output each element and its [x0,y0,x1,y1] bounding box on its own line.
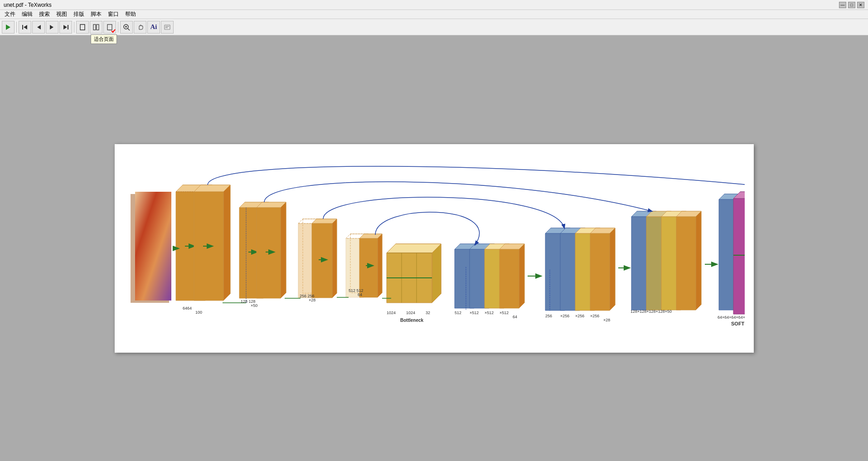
svg-marker-4 [50,25,53,29]
hand-tool-button[interactable] [134,21,146,34]
svg-marker-59 [378,234,382,297]
window-controls: — □ ✕ [839,2,864,8]
annotation-button[interactable] [161,21,174,34]
decoder-block-3d [590,228,615,311]
svg-text:512: 512 [455,311,461,315]
input-image [131,192,171,303]
svg-text:Bottleneck: Bottleneck [400,318,424,323]
encoder-block-2b [257,202,286,298]
svg-text:SOFT: SOFT [731,321,745,326]
svg-text:×512: ×512 [485,311,494,315]
window-title: unet.pdf - TeXworks [4,2,52,8]
main-area: 1024 1024 32 Bottleneck [0,35,868,461]
svg-text:32: 32 [426,311,430,315]
svg-text:64: 64 [513,315,517,319]
svg-marker-111 [610,228,615,311]
separator-3 [118,22,118,33]
menu-window[interactable]: 窗口 [105,10,121,19]
svg-rect-9 [97,24,99,30]
svg-text:×512: ×512 [470,311,479,315]
svg-text:×256: ×256 [560,314,569,318]
svg-rect-21 [135,192,171,301]
first-page-button[interactable] [19,21,31,34]
svg-text:×512: ×512 [499,311,509,315]
output-soft: SOFT [731,192,745,326]
svg-marker-134 [676,217,696,310]
svg-marker-50 [332,219,337,298]
svg-rect-7 [80,24,85,30]
svg-text:×50: ×50 [251,303,257,308]
svg-marker-90 [499,249,519,308]
encoder-block-1b [194,185,230,301]
svg-marker-51 [312,223,332,298]
zoom-button[interactable] [120,21,133,34]
pdf-page: 1024 1024 32 Bottleneck [115,144,754,353]
svg-marker-3 [37,25,41,29]
svg-marker-63 [387,244,441,253]
decoder-block-4d [499,244,524,308]
svg-marker-0 [6,24,10,30]
svg-text:×256: ×256 [590,314,599,318]
svg-text:64: 64 [358,292,362,297]
svg-line-13 [128,29,130,30]
menu-typeset[interactable]: 排版 [71,10,87,19]
svg-marker-64 [432,244,441,303]
svg-marker-150 [733,199,745,314]
menu-search[interactable]: 搜索 [36,10,53,19]
svg-marker-112 [590,233,610,311]
tooltip-fit-page: 适合页面 [91,34,117,44]
close-button[interactable]: ✕ [857,2,864,8]
svg-marker-42 [257,208,281,298]
svg-marker-6 [63,25,67,29]
next-page-button[interactable] [46,21,58,34]
svg-text:128×128×128×128×50: 128×128×128×128×50 [630,309,672,314]
two-page-button[interactable] [90,21,102,34]
svg-text:1024: 1024 [387,311,396,315]
svg-rect-8 [93,24,96,30]
svg-text:100: 100 [195,310,202,315]
fit-page-button[interactable] [103,21,116,34]
prev-page-button[interactable] [32,21,45,34]
title-bar: unet.pdf - TeXworks — □ ✕ [0,0,868,10]
toolbar: Ai 适合页面 [0,19,868,35]
menu-file[interactable]: 文件 [2,10,18,19]
decoder-block-2d [676,211,701,310]
play-button[interactable] [2,21,15,34]
last-page-button[interactable] [59,21,72,34]
svg-marker-41 [281,202,286,298]
svg-marker-31 [223,185,230,301]
bottleneck-block: 1024 1024 32 Bottleneck [387,244,441,323]
menu-bar: 文件 编辑 搜索 视图 排版 脚本 窗口 帮助 [0,10,868,19]
menu-edit[interactable]: 编辑 [19,10,35,19]
svg-marker-2 [24,25,27,29]
ai-button[interactable]: Ai [147,21,160,34]
unet-diagram: 1024 1024 32 Bottleneck [124,149,745,348]
maximize-button[interactable]: □ [848,2,855,8]
separator-1 [16,22,17,33]
svg-rect-16 [165,25,170,29]
svg-text:×256: ×256 [575,314,584,318]
menu-script[interactable]: 脚本 [88,10,104,19]
svg-text:64×64×64×64×512: 64×64×64×64×512 [718,315,745,320]
svg-text:×28: ×28 [603,318,610,322]
menu-view[interactable]: 视图 [53,10,70,19]
single-page-button[interactable] [76,21,89,34]
svg-marker-133 [696,211,701,310]
menu-help[interactable]: 帮助 [122,10,139,19]
encoder-block-4b [359,234,382,297]
svg-text:6464: 6464 [183,306,192,311]
ai-label: Ai [150,23,157,31]
svg-text:256: 256 [545,314,552,318]
svg-text:×28: ×28 [309,298,315,302]
svg-text:1024: 1024 [406,311,415,315]
encoder-block-3b [312,219,337,298]
separator-2 [74,22,74,33]
svg-marker-89 [519,244,524,308]
minimize-button[interactable]: — [839,2,846,8]
